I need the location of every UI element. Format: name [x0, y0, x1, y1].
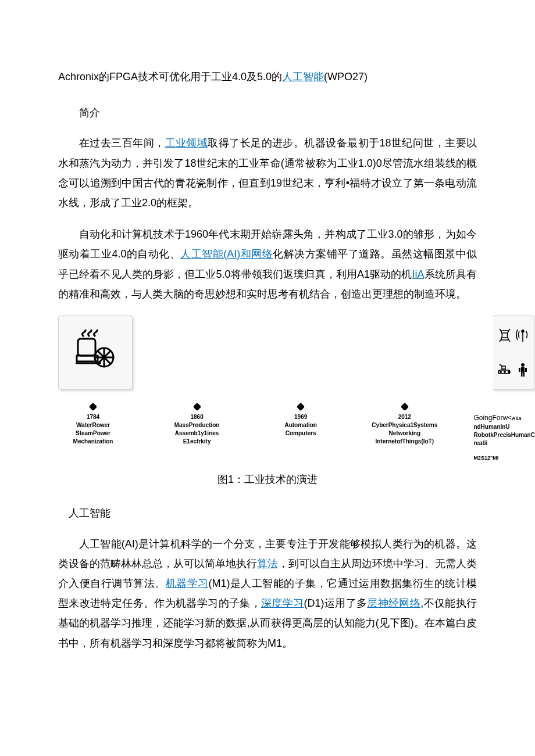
figure-1-caption: 图1：工业技术的演进: [58, 470, 477, 489]
desc-label: reatii: [473, 439, 535, 447]
svg-point-14: [500, 371, 501, 372]
p3-d: (D1)运用了多: [304, 597, 367, 609]
timeline-dot-icon: [89, 403, 97, 411]
desc-label: ndHumanInU: [473, 423, 535, 431]
link-iia[interactable]: IiA: [412, 268, 424, 280]
year-label: 2012: [370, 413, 440, 421]
desc-label: M2S12"MI: [473, 454, 535, 462]
desc-label: InternetofThings(IoT): [370, 438, 440, 446]
section-intro-heading: 简介: [58, 103, 477, 123]
timeline-item-1969: 1969 Automation Computers: [266, 399, 336, 461]
link-machine-learning[interactable]: 机器学习: [166, 578, 209, 589]
desc-label: Automation: [266, 421, 336, 429]
desc-label: Assemb1y1ines: [162, 429, 232, 438]
timeline-item-1784: 1784 WaterRower SteamPower Mechanization: [58, 399, 128, 461]
desc-label: SteamPower: [58, 429, 128, 438]
svg-rect-17: [502, 366, 505, 369]
desc-label: E1ectrkity: [162, 438, 232, 446]
paragraph-2: 自动化和计算机技术于1960年代末期开始崭露头角，并构成了工业3.0的雏形，为如…: [58, 224, 477, 304]
svg-rect-23: [523, 372, 525, 377]
desc-label: MassProduction: [162, 421, 232, 429]
title-text-post: (WPO27): [324, 71, 368, 83]
conveyor-icon: [497, 354, 513, 386]
forward-head: GoingForw<A1a: [473, 414, 521, 422]
antenna-icon: [515, 320, 532, 352]
svg-rect-22: [521, 372, 523, 377]
timeline-labels-row: 1784 WaterRower SteamPower Mechanization…: [58, 399, 535, 461]
timeline-dot-icon: [297, 403, 305, 411]
industry5-icon-box: [493, 316, 535, 390]
desc-label: WaterRower: [58, 421, 128, 429]
paragraph-1: 在过去三百年间，工业领域取得了长足的进步。机器设备最初于18世纪问世，主要以水和…: [58, 133, 477, 213]
link-deep-learning[interactable]: 深度学习: [261, 597, 304, 609]
link-neural-network[interactable]: 层神经网络: [367, 597, 420, 609]
title-text-pre: Achronix的FPGA技术可优化用于工业4.0及5.0的: [58, 71, 282, 83]
svg-point-18: [521, 363, 525, 367]
p1-pre: 在过去三百年间，: [79, 137, 165, 149]
svg-point-16: [508, 371, 509, 372]
timeline-item-forward: GoingForw<A1a ndHumanInU RobotkPrecisHum…: [473, 399, 535, 461]
svg-point-15: [504, 371, 505, 372]
desc-label: Mechanization: [58, 438, 128, 446]
timeline-icons-row: [58, 316, 535, 396]
year-label: 1784: [58, 413, 128, 421]
year-label: 1969: [266, 413, 336, 421]
document-title: Achronix的FPGA技术可优化用于工业4.0及5.0的人工智能(WPO27…: [58, 67, 477, 87]
desc-label: Computers: [266, 429, 336, 438]
steam-engine-icon: [72, 329, 119, 376]
title-link-ai[interactable]: 人工智能: [282, 71, 324, 83]
paragraph-3: 人工智能(AI)是计算机科学的一个分支，主要专注于开发能够模拟人类行为的机器。这…: [58, 534, 477, 653]
steam-engine-icon-box: [58, 316, 133, 390]
dna-icon: [497, 320, 513, 352]
desc-label: Networking: [370, 429, 440, 438]
person-icon: [515, 354, 532, 386]
year-label: 1860: [162, 413, 232, 421]
timeline-dot-icon: [401, 403, 409, 411]
svg-point-12: [522, 330, 524, 332]
timeline-dot-icon: [193, 403, 201, 411]
timeline-item-2012: 2012 CyberPhysica1Systems Networking Int…: [370, 399, 440, 461]
section-ai-heading: 人工智能: [58, 503, 477, 523]
timeline-item-1860: 1860 MassProduction Assemb1y1ines E1ectr…: [162, 399, 232, 461]
desc-label: CyberPhysica1Systems: [370, 421, 440, 429]
svg-rect-21: [525, 368, 527, 372]
desc-label: RobotkPrecisHumanC: [473, 431, 535, 439]
link-ai-network[interactable]: 人工智能(AI)和网络: [180, 248, 273, 260]
link-algorithm[interactable]: 算法: [257, 558, 278, 569]
svg-rect-20: [519, 368, 520, 372]
link-industry[interactable]: 工业领域: [165, 137, 208, 149]
svg-rect-19: [521, 367, 525, 372]
